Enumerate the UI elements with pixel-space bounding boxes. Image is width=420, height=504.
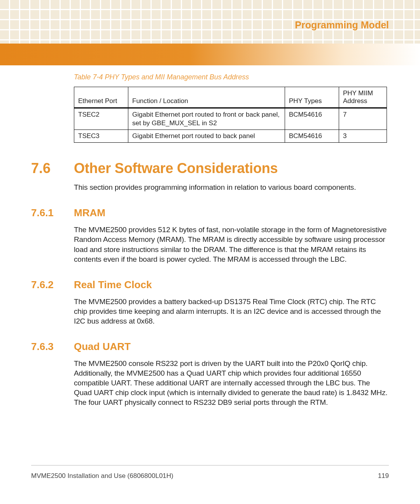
phy-table: Ethernet Port Function / Location PHY Ty… bbox=[74, 87, 387, 143]
table-caption: Table 7-4 PHY Types and MII Management B… bbox=[74, 73, 389, 81]
table-header-row: Ethernet Port Function / Location PHY Ty… bbox=[74, 87, 387, 108]
header-band bbox=[0, 44, 420, 65]
table-row: TSEC3 Gigabit Ethernet port routed to ba… bbox=[74, 130, 387, 143]
table-row: TSEC2 Gigabit Ethernet port routed to fr… bbox=[74, 108, 387, 130]
footer-page-number: 119 bbox=[378, 472, 389, 480]
cell-type: BCM54616 bbox=[285, 108, 339, 130]
section-number: 7.6 bbox=[31, 160, 74, 177]
cell-port: TSEC2 bbox=[74, 108, 128, 130]
subsection-heading: 7.6.2 Real Time Clock bbox=[31, 279, 389, 291]
section-title: Other Software Considerations bbox=[74, 160, 278, 177]
subsection-number: 7.6.1 bbox=[31, 207, 74, 219]
footer-rule bbox=[31, 465, 389, 466]
cell-type: BCM54616 bbox=[285, 130, 339, 143]
th-function: Function / Location bbox=[128, 87, 285, 108]
section-intro: This section provides programming inform… bbox=[74, 182, 389, 192]
th-port: Ethernet Port bbox=[74, 87, 128, 108]
subsection-heading: 7.6.3 Quad UART bbox=[31, 341, 389, 353]
page-content: Table 7-4 PHY Types and MII Management B… bbox=[31, 73, 389, 407]
section-heading: 7.6 Other Software Considerations bbox=[31, 160, 389, 177]
page-footer: MVME2500 Installation and Use (6806800L0… bbox=[31, 472, 389, 480]
cell-func: Gigabit Ethernet port routed to back pan… bbox=[128, 130, 285, 143]
cell-func: Gigabit Ethernet port routed to front or… bbox=[128, 108, 285, 130]
subsection-title: Real Time Clock bbox=[74, 279, 152, 291]
subsection-body: The MVME2500 console RS232 port is drive… bbox=[74, 359, 389, 407]
subsection-body: The MVME2500 provides a battery backed-u… bbox=[74, 297, 389, 326]
th-types: PHY Types bbox=[285, 87, 339, 108]
subsection-number: 7.6.2 bbox=[31, 279, 74, 291]
th-address: PHY MIIM Address bbox=[339, 87, 387, 108]
cell-addr: 3 bbox=[339, 130, 387, 143]
cell-port: TSEC3 bbox=[74, 130, 128, 143]
chapter-title: Programming Model bbox=[295, 19, 389, 31]
footer-doc-title: MVME2500 Installation and Use (6806800L0… bbox=[31, 472, 173, 480]
subsection-title: MRAM bbox=[74, 207, 105, 219]
subsection-heading: 7.6.1 MRAM bbox=[31, 207, 389, 219]
subsection-title: Quad UART bbox=[74, 341, 131, 353]
cell-addr: 7 bbox=[339, 108, 387, 130]
subsection-number: 7.6.3 bbox=[31, 341, 74, 353]
subsection-body: The MVME2500 provides 512 K bytes of fas… bbox=[74, 225, 389, 264]
